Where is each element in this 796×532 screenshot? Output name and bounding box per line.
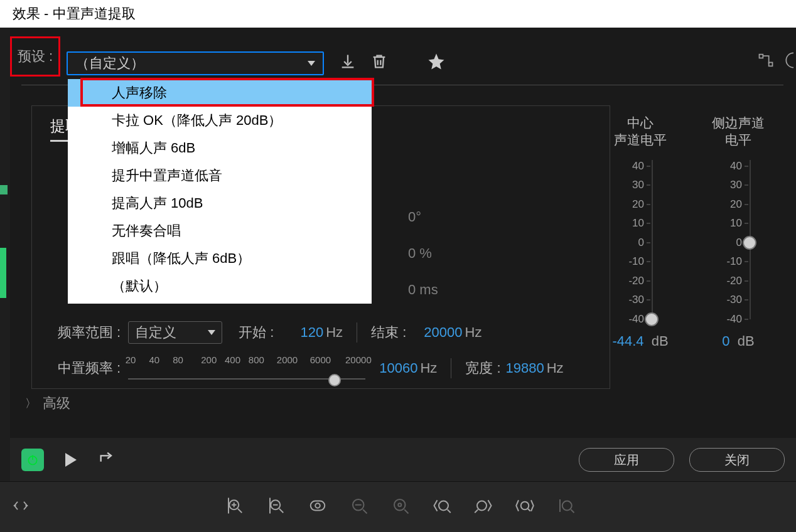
- frequency-range-row: 频率范围 : 自定义 开始 : 120 Hz 结束 : 20000 Hz: [58, 321, 601, 344]
- preset-toolbar: [339, 51, 446, 75]
- action-bar: 应用 关闭: [10, 438, 796, 482]
- advanced-label: 高级: [43, 394, 70, 413]
- zoom-in-start-icon[interactable]: [433, 496, 451, 518]
- preset-option-label: 跟唱（降低人声 6dB）: [112, 250, 250, 266]
- window-title-text: 效果 - 中置声道提取: [13, 6, 136, 21]
- svg-point-26: [521, 502, 529, 510]
- center-freq-slider[interactable]: 20 40 80 200 400 800 2000 6000 20000: [128, 357, 365, 380]
- svg-rect-0: [760, 55, 763, 58]
- routing-icon[interactable]: [757, 51, 775, 72]
- zoom-out-vert-icon[interactable]: [267, 496, 286, 518]
- preset-option-label: 卡拉 OK（降低人声 20dB）: [112, 112, 282, 128]
- info-icon[interactable]: [785, 51, 793, 72]
- zoom-in-vert-icon[interactable]: [225, 496, 244, 518]
- side-meter-scale[interactable]: 40 30 20 10 0 -10 -20 -30 -40: [719, 160, 757, 319]
- zoom-tool-icon[interactable]: [557, 496, 576, 518]
- svg-line-11: [279, 509, 283, 513]
- power-toggle-button[interactable]: [21, 449, 44, 471]
- close-button[interactable]: 关闭: [689, 448, 785, 472]
- preset-option-label: （默认）: [112, 278, 167, 294]
- freq-start-unit: Hz: [326, 324, 343, 341]
- pan-value[interactable]: 0 %: [408, 245, 432, 262]
- preset-dropdown[interactable]: （自定义）: [67, 51, 324, 75]
- preset-option-raise-vocal-10db[interactable]: 提高人声 10dB: [68, 189, 372, 217]
- freq-end-unit: Hz: [465, 324, 482, 341]
- width-label: 宽度 :: [465, 359, 500, 378]
- footer-toolbar: [0, 481, 796, 532]
- advanced-toggle[interactable]: 〉 高级: [25, 394, 70, 413]
- center-meter-value[interactable]: -44.4: [612, 333, 643, 349]
- chevron-down-icon: [208, 330, 215, 335]
- center-frequency-row: 中置频率 : 20 40 80 200 400 800 2000 6000 20…: [58, 353, 601, 384]
- svg-line-23: [448, 509, 451, 513]
- center-meter-title: 中心 声道电平: [614, 114, 667, 149]
- preset-options-list: 人声移除 卡拉 OK（降低人声 20dB） 增幅人声 6dB 提升中置声道低音 …: [68, 79, 372, 304]
- side-level-meter: 侧边声道 电平 40 30 20 10 0 -10 -20 -30 -40 0 …: [707, 114, 770, 384]
- side-meter-title: 侧边声道 电平: [712, 114, 765, 149]
- center-freq-value[interactable]: 10060: [379, 360, 417, 376]
- svg-line-27: [528, 509, 530, 511]
- preset-option-singalong-6db[interactable]: 跟唱（降低人声 6dB）: [68, 245, 372, 272]
- zoom-out-icon[interactable]: [350, 496, 368, 518]
- window-title-bar: 效果 - 中置声道提取: [0, 0, 796, 28]
- center-meter-unit: dB: [652, 333, 669, 349]
- svg-point-24: [477, 501, 487, 511]
- freq-range-select[interactable]: 自定义: [128, 321, 222, 344]
- svg-point-21: [398, 503, 401, 506]
- svg-point-22: [439, 501, 448, 511]
- preset-option-boost-vocal-6db[interactable]: 增幅人声 6dB: [68, 134, 372, 162]
- preset-option-label: 提高人声 10dB: [112, 195, 203, 211]
- width-value[interactable]: 19880: [506, 360, 544, 376]
- play-icon: [65, 453, 77, 467]
- preset-option-label: 无伴奏合唱: [112, 223, 181, 238]
- side-meter-value[interactable]: 0: [722, 333, 729, 349]
- preset-label: 预设 :: [18, 47, 53, 66]
- side-meter-thumb[interactable]: [743, 236, 756, 250]
- zoom-selection-icon[interactable]: [515, 496, 534, 518]
- favorite-icon[interactable]: [427, 52, 446, 75]
- delay-value[interactable]: 0 ms: [408, 282, 438, 298]
- loop-export-button[interactable]: [98, 450, 116, 470]
- center-meter-scale[interactable]: 40 30 20 10 0 -10 -20 -30 -40: [621, 160, 659, 319]
- svg-point-15: [315, 503, 320, 508]
- freq-range-value: 自定义: [135, 323, 176, 342]
- slider-thumb[interactable]: [328, 374, 341, 386]
- delete-preset-icon[interactable]: [370, 53, 388, 74]
- panel-top-right-icons: [757, 51, 796, 72]
- preset-label-highlight: 预设 :: [10, 36, 60, 77]
- preset-selected-text: （自定义）: [75, 54, 144, 73]
- chevron-right-icon: 〉: [25, 396, 36, 411]
- apply-button[interactable]: 应用: [579, 448, 674, 472]
- svg-point-19: [394, 499, 406, 511]
- preset-option-label: 增幅人声 6dB: [112, 140, 195, 156]
- apply-button-label: 应用: [614, 452, 639, 469]
- freq-start-label: 开始 :: [239, 323, 274, 342]
- preview-play-button[interactable]: [65, 453, 77, 467]
- freq-end-value[interactable]: 20000: [424, 324, 462, 341]
- side-meter-unit: dB: [738, 333, 755, 349]
- save-preset-icon[interactable]: [339, 53, 357, 74]
- level-meters: 中心 声道电平 40 30 20 10 0 -10 -20 -30 -40 -4…: [609, 114, 772, 384]
- side-meter-readout: 0 dB: [722, 333, 754, 349]
- preset-option-karaoke-20db[interactable]: 卡拉 OK（降低人声 20dB）: [68, 107, 372, 134]
- zoom-fit-icon[interactable]: [308, 496, 327, 518]
- center-meter-thumb[interactable]: [645, 312, 659, 326]
- separator-vertical: [451, 358, 451, 378]
- svg-line-6: [238, 509, 242, 513]
- preset-option-acapella[interactable]: 无伴奏合唱: [68, 217, 372, 245]
- close-button-label: 关闭: [724, 452, 750, 469]
- chevron-down-icon: [308, 61, 315, 66]
- center-freq-unit: Hz: [420, 360, 437, 376]
- preset-option-boost-center-bass[interactable]: 提升中置声道低音: [68, 162, 372, 189]
- preset-option-highlight-box: [80, 78, 374, 107]
- time-nav-icon[interactable]: [11, 496, 30, 518]
- svg-line-30: [571, 509, 574, 513]
- freq-start-value[interactable]: 120: [300, 324, 323, 341]
- freq-end-label: 结束 :: [371, 323, 406, 342]
- zoom-in-end-icon[interactable]: [474, 496, 493, 518]
- preset-option-default[interactable]: （默认）: [68, 272, 372, 300]
- svg-point-29: [562, 501, 572, 511]
- phase-value[interactable]: 0°: [408, 209, 421, 225]
- zoom-reset-icon[interactable]: [391, 496, 410, 518]
- separator-vertical: [357, 322, 357, 343]
